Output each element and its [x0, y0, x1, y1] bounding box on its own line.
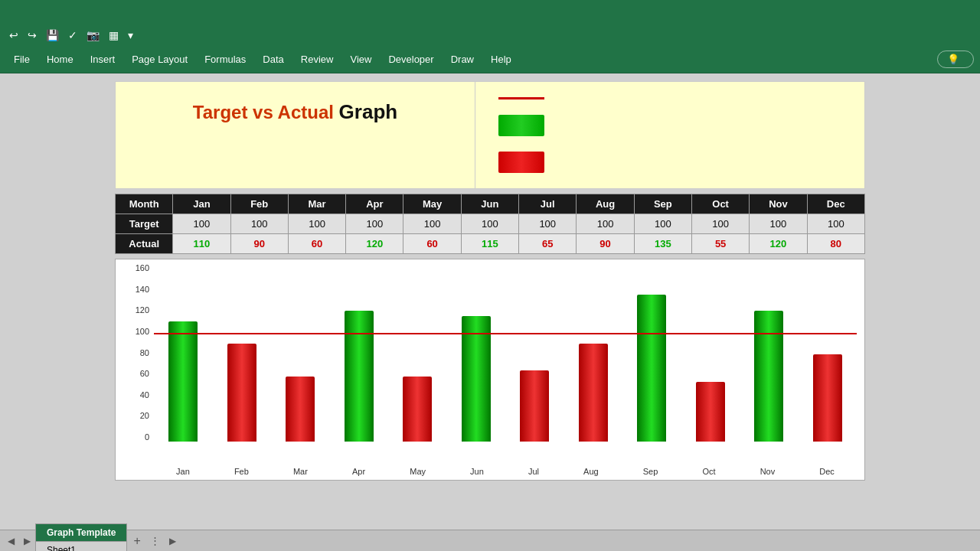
- menu-view[interactable]: View: [342, 49, 379, 70]
- chart-bar: [286, 377, 315, 442]
- lightbulb-icon: 💡: [947, 54, 959, 65]
- bar-group: [754, 267, 783, 442]
- tab-nav-right2[interactable]: ▶: [165, 536, 181, 546]
- y-label: 20: [140, 411, 149, 420]
- menu-insert[interactable]: Insert: [83, 49, 123, 70]
- actual-cell: 110: [173, 234, 230, 254]
- x-label: Mar: [293, 467, 308, 476]
- title-target-actual: Target vs Actual Graph: [131, 100, 459, 124]
- y-label: 120: [136, 305, 149, 315]
- x-label: Nov: [760, 467, 776, 476]
- header-cell: Nov: [750, 194, 807, 214]
- target-row: Target1001001001001001001001001001001001…: [116, 214, 865, 234]
- x-label: Jan: [176, 467, 190, 476]
- header-cell: Jan: [173, 194, 230, 214]
- header-cell: Month: [116, 194, 173, 214]
- y-label: 80: [140, 348, 149, 357]
- bar-group: [286, 267, 315, 442]
- y-label: 0: [145, 432, 149, 442]
- red-bar-sample: [498, 152, 544, 173]
- redo-button[interactable]: ↪: [24, 28, 40, 43]
- menu-review[interactable]: Review: [293, 49, 341, 70]
- header-cell: Mar: [288, 194, 345, 214]
- bottom-bar: ◀ ▶ Graph TemplateSheet1 + ⋮ ▶: [0, 530, 980, 551]
- y-label: 60: [140, 369, 149, 378]
- x-label: May: [410, 467, 426, 476]
- info-left: Target vs Actual Graph: [116, 82, 475, 188]
- legend-above-target: [498, 115, 841, 136]
- spellcheck-button[interactable]: ✓: [65, 28, 80, 43]
- chart-bar: [637, 295, 666, 442]
- header-cell: Oct: [691, 194, 749, 214]
- actual-cell: 80: [807, 234, 864, 254]
- target-cell: 100: [691, 214, 749, 234]
- bar-group: [403, 267, 432, 442]
- actual-cell: 120: [346, 234, 403, 254]
- add-sheet-button[interactable]: +: [129, 534, 145, 548]
- actual-cell: 90: [577, 234, 634, 254]
- sheet-tab[interactable]: Graph Template: [35, 523, 127, 541]
- target-cell: 100: [634, 214, 691, 234]
- menu-help[interactable]: Help: [483, 49, 519, 70]
- menu-page-layout[interactable]: Page Layout: [124, 49, 195, 70]
- target-cell: 100: [288, 214, 345, 234]
- menu-developer[interactable]: Developer: [381, 49, 441, 70]
- actual-cell: 135: [634, 234, 691, 254]
- bar-group: [520, 267, 549, 442]
- menu-file[interactable]: File: [6, 49, 38, 70]
- tab-scroll-dots[interactable]: ⋮: [145, 535, 165, 546]
- y-label: 40: [140, 390, 149, 399]
- tell-me-box[interactable]: 💡: [937, 51, 974, 68]
- header-cell: Jul: [519, 194, 577, 214]
- target-cell: 100: [807, 214, 864, 234]
- actual-cell: 120: [750, 234, 807, 254]
- bar-group: [813, 267, 842, 442]
- chart-bar: [696, 382, 725, 442]
- chart-bar: [227, 344, 256, 442]
- chart-bar: [813, 354, 842, 442]
- bar-group: [579, 267, 608, 442]
- menu-bar: File Home Insert Page Layout Formulas Da…: [0, 46, 980, 73]
- target-cell: 100: [519, 214, 577, 234]
- menu-home[interactable]: Home: [39, 49, 81, 70]
- chart-container: 160140120100806040200 JanFebMarAprMayJun…: [115, 259, 865, 481]
- main-content: Target vs Actual Graph MonthJanFebMarApr: [0, 73, 980, 530]
- actual-row: Actual11090601206011565901355512080: [116, 234, 865, 254]
- sheet-tab[interactable]: Sheet1: [35, 541, 127, 552]
- screenshot-button[interactable]: 📷: [83, 28, 103, 43]
- target-cell: 100: [346, 214, 403, 234]
- undo-button[interactable]: ↩: [6, 28, 21, 43]
- chart-bar: [579, 344, 608, 442]
- target-label: Target: [116, 214, 173, 234]
- menu-formulas[interactable]: Formulas: [197, 49, 253, 70]
- bar-group: [227, 267, 256, 442]
- target-cell: 100: [173, 214, 230, 234]
- chart-bar: [754, 311, 783, 442]
- chart-bar: [345, 311, 374, 442]
- tab-nav-right[interactable]: ▶: [19, 536, 35, 546]
- more-button[interactable]: ▾: [125, 28, 136, 43]
- save-button[interactable]: 💾: [43, 28, 62, 43]
- calc-button[interactable]: ▦: [106, 28, 122, 43]
- green-bar-sample: [498, 115, 544, 136]
- actual-cell: 65: [519, 234, 577, 254]
- target-line-sample: [498, 97, 544, 99]
- data-table: MonthJanFebMarAprMayJunJulAugSepOctNovDe…: [115, 194, 865, 254]
- bar-group: [696, 267, 725, 442]
- header-cell: Aug: [577, 194, 634, 214]
- chart-target-line: [154, 333, 857, 334]
- chart-bars: [154, 267, 857, 442]
- x-label: Jul: [528, 467, 539, 476]
- table-header-row: MonthJanFebMarAprMayJunJulAugSepOctNovDe…: [116, 194, 865, 214]
- actual-label: Actual: [116, 234, 173, 254]
- y-label: 160: [136, 263, 149, 272]
- menu-data[interactable]: Data: [255, 49, 291, 70]
- info-box: Target vs Actual Graph: [115, 81, 865, 189]
- x-label: Aug: [583, 467, 599, 476]
- actual-cell: 60: [403, 234, 461, 254]
- header-cell: Feb: [230, 194, 288, 214]
- legend-below-target: [498, 152, 841, 173]
- menu-draw[interactable]: Draw: [443, 49, 482, 70]
- tab-nav-left[interactable]: ◀: [3, 536, 19, 546]
- title-part1: Target vs Actual: [193, 102, 339, 122]
